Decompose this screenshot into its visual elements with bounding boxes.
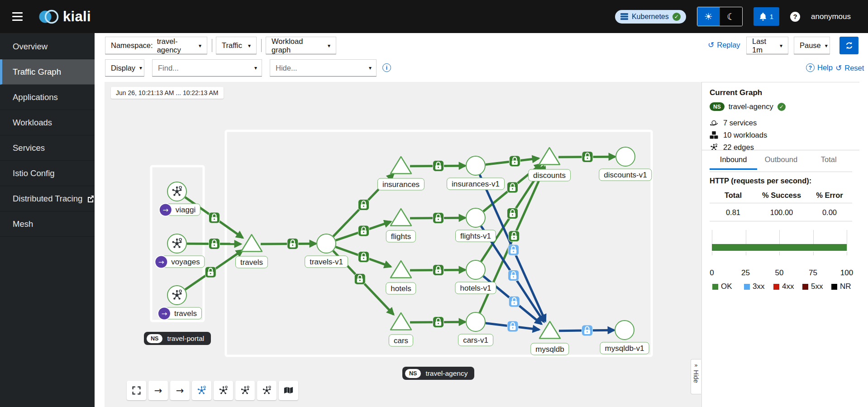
sidebar-item-workloads[interactable]: Workloads	[0, 110, 95, 135]
chart-tick-mark	[847, 252, 847, 255]
sidebar-item-overview[interactable]: Overview	[0, 34, 95, 59]
traffic-label: Traffic	[222, 41, 242, 50]
tab-total[interactable]: Total	[805, 151, 853, 170]
hide-panel-tab[interactable]: » Hide	[691, 359, 701, 394]
zoom-to-fit-button[interactable]	[127, 381, 146, 400]
tab-outbound[interactable]: Outbound	[757, 151, 805, 170]
layout-alt-3-button[interactable]	[257, 381, 277, 400]
reset-link[interactable]: ↺ Reset	[835, 63, 864, 72]
graph-node-label-discounts-v1[interactable]: discounts-v1	[599, 169, 652, 181]
interval-dropdown[interactable]: Last 1m ▾	[746, 37, 788, 54]
sidebar-item-mesh[interactable]: Mesh	[0, 211, 95, 237]
graph-node-label-flights-v1[interactable]: flights-v1	[455, 230, 496, 242]
sidebar-item-traffic-graph[interactable]: Traffic Graph	[0, 59, 95, 85]
node-label-text: flights	[391, 232, 411, 241]
refresh-button[interactable]	[839, 37, 858, 54]
cluster-stack-icon	[620, 13, 628, 20]
rate-col-header: Total	[710, 191, 757, 200]
traffic-dropdown[interactable]: Traffic ▾	[216, 37, 257, 54]
toolbar-separator	[212, 39, 212, 52]
find-input[interactable]	[157, 63, 252, 73]
graph-node-label-viaggi[interactable]: →viaggi	[161, 204, 200, 216]
layout-alt-2-button[interactable]	[235, 381, 255, 400]
graph-node-cars-v1[interactable]	[466, 312, 485, 331]
sidebar-item-distributed-tracing[interactable]: Distributed Tracing	[0, 186, 95, 211]
dark-theme-button[interactable]: ☾	[720, 7, 742, 26]
namespace-box-badge-travel-agency[interactable]: NStravel-agency	[402, 367, 474, 380]
graph-node-label-travels-wl[interactable]: →travels	[159, 307, 202, 320]
pause-dropdown[interactable]: Pause ▾	[794, 37, 830, 54]
graph-edge-discounts-to-discounts-v1[interactable]	[558, 157, 615, 157]
graph-edge-flights-to-flights-v1[interactable]	[410, 218, 465, 218]
chevron-down-icon[interactable]: ▾	[254, 65, 257, 71]
info-icon[interactable]: i	[382, 63, 391, 72]
sidebar-item-services[interactable]: Services	[0, 135, 95, 161]
replay-button[interactable]: ↺ Replay	[708, 40, 740, 49]
graph-node-label-travels[interactable]: travels	[235, 256, 268, 268]
sidebar-item-label: Traffic Graph	[13, 67, 61, 77]
light-theme-button[interactable]: ☀	[697, 7, 720, 26]
divider	[710, 221, 852, 221]
legend-swatch	[712, 284, 718, 290]
graph-node-mysqldb-v1[interactable]	[615, 321, 634, 340]
graph-node-label-discounts[interactable]: discounts	[528, 169, 571, 182]
hide-input[interactable]	[275, 63, 366, 73]
help-icon[interactable]: ?	[790, 12, 800, 22]
focus-forward-1-button[interactable]: →	[148, 381, 168, 400]
focus-forward-2-button[interactable]: →	[170, 381, 190, 400]
expand-icon	[132, 386, 141, 395]
graph-edge-mysqldb-to-mysqldb-v1[interactable]	[559, 330, 614, 330]
legend-swatch	[831, 284, 837, 290]
summary-namespace-row: NS travel-agency ✓	[710, 102, 786, 111]
find-input-box: ▾	[152, 59, 262, 77]
graph-edge-voyages-to-travels[interactable]	[187, 244, 241, 244]
chevron-down-icon[interactable]: ▾	[369, 65, 372, 71]
tab-inbound[interactable]: Inbound	[710, 151, 757, 170]
graph-node-label-flights[interactable]: flights	[386, 230, 416, 243]
layout-default-button[interactable]	[192, 381, 211, 400]
arrow-right-icon: →	[176, 385, 184, 396]
graph-node-label-cars-v1[interactable]: cars-v1	[458, 334, 493, 346]
graph-node-voyages[interactable]	[167, 234, 186, 253]
graph-node-label-mysqldb[interactable]: mysqldb	[530, 343, 569, 355]
graph-node-flights-v1[interactable]	[466, 208, 485, 227]
reset-icon: ↺	[835, 63, 842, 72]
kiali-logo: kiali	[38, 7, 91, 26]
sidebar-item-applications[interactable]: Applications	[0, 85, 95, 110]
namespace-box-badge-travel-portal[interactable]: NStravel-portal	[144, 332, 211, 345]
notifications-button[interactable]: 1	[754, 7, 779, 26]
graph-node-hotels-v1[interactable]	[466, 260, 485, 279]
chevron-down-icon: ▾	[139, 65, 142, 71]
graph-node-travels-wl[interactable]	[167, 286, 186, 305]
mesh-icon	[240, 386, 250, 395]
graph-edge-travels-to-travels-v1[interactable]	[261, 244, 316, 244]
namespace-value: travel-agency	[157, 37, 195, 54]
layout-alt-1-button[interactable]	[214, 381, 233, 400]
graph-type-dropdown[interactable]: Workload graph ▾	[266, 37, 336, 54]
namespace-dropdown[interactable]: Namespace: travel-agency ▾	[105, 37, 207, 54]
sidebar-item-label: Applications	[13, 92, 58, 102]
graph-node-label-travels-v1[interactable]: travels-v1	[305, 256, 348, 268]
graph-edge-cars-to-cars-v1[interactable]	[410, 322, 465, 322]
graph-node-label-cars[interactable]: cars	[389, 335, 413, 347]
graph-node-label-hotels-v1[interactable]: hotels-v1	[455, 282, 496, 294]
help-link[interactable]: ? Help	[806, 63, 833, 72]
graph-node-insurances-v1[interactable]	[466, 156, 485, 175]
graph-node-travels-v1[interactable]	[317, 234, 336, 253]
graph-node-discounts-v1[interactable]	[616, 147, 635, 166]
cluster-badge[interactable]: Kubernetes ✓	[615, 10, 686, 24]
graph-node-label-insurances[interactable]: insurances	[377, 178, 424, 191]
graph-edge-insurances-to-insurances-v1[interactable]	[410, 166, 465, 166]
graph-node-label-voyages[interactable]: →voyages	[156, 256, 205, 268]
menu-toggle-icon[interactable]	[12, 12, 23, 21]
graph-edge-hotels-to-hotels-v1[interactable]	[410, 270, 465, 270]
graph-node-viaggi[interactable]	[167, 182, 186, 201]
graph-node-label-mysqldb-v1[interactable]: mysqldb-v1	[600, 342, 649, 354]
graph-node-label-insurances-v1[interactable]: insurances-v1	[447, 178, 505, 190]
graph-time-range: Jun 26, 10:21:13 AM ... 10:22:13 AM	[111, 87, 224, 99]
sidebar-item-istio-config[interactable]: Istio Config	[0, 161, 95, 186]
summary-namespace[interactable]: travel-agency	[729, 102, 773, 111]
toggle-minimap-button[interactable]	[279, 381, 298, 400]
display-dropdown[interactable]: Display ▾	[105, 59, 144, 77]
graph-node-label-hotels[interactable]: hotels	[386, 283, 416, 295]
